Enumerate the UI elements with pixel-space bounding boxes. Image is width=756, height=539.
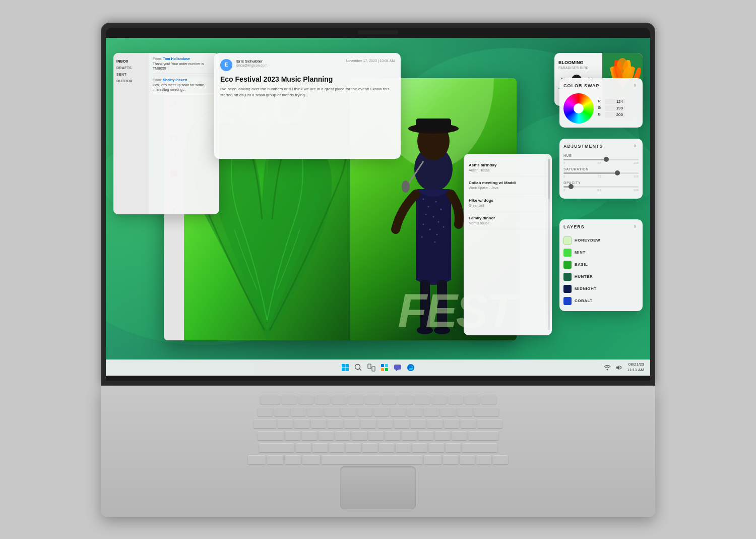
key-u[interactable]: [377, 419, 393, 428]
key-i[interactable]: [394, 419, 409, 428]
key-x[interactable]: [312, 443, 328, 452]
sidebar-item-sent[interactable]: SENT: [116, 71, 146, 78]
key-tab[interactable]: [254, 419, 276, 428]
key-alt-l[interactable]: [302, 455, 320, 464]
layer-hunter[interactable]: HUNTER: [563, 271, 639, 283]
chat-button[interactable]: [393, 363, 402, 372]
key-v[interactable]: [346, 443, 361, 452]
key-ctrl-l[interactable]: [248, 455, 266, 464]
apps-button[interactable]: [380, 363, 389, 372]
key-backspace[interactable]: [474, 407, 499, 416]
key-7[interactable]: [374, 407, 389, 416]
key-down[interactable]: [476, 455, 491, 464]
key-a[interactable]: [285, 431, 300, 440]
opacity-track[interactable]: [563, 186, 639, 188]
note-item-1[interactable]: Ash's birthday Austin, Texas: [469, 159, 547, 176]
key-caps[interactable]: [258, 431, 284, 440]
search-button[interactable]: [354, 363, 363, 372]
key-minus[interactable]: [440, 407, 456, 416]
note-item-3[interactable]: Hike w/ dogs Greenbelt: [469, 194, 547, 212]
note-item-2[interactable]: Collab meeting w/ Maddi Work Space - Jav…: [469, 176, 547, 194]
key-f10[interactable]: [431, 395, 447, 404]
key-f3[interactable]: [315, 395, 330, 404]
start-button[interactable]: [341, 363, 350, 372]
key-f1[interactable]: [282, 395, 297, 404]
key-shift-r[interactable]: [462, 443, 497, 452]
key-tilde[interactable]: [258, 407, 273, 416]
saturation-thumb[interactable]: [615, 170, 620, 175]
key-f4[interactable]: [332, 395, 347, 404]
key-h[interactable]: [368, 431, 384, 440]
key-r[interactable]: [328, 419, 343, 428]
sidebar-item-outbox[interactable]: OUTBOX: [116, 78, 146, 84]
key-win[interactable]: [285, 455, 301, 464]
key-5[interactable]: [341, 407, 356, 416]
key-t[interactable]: [344, 419, 359, 428]
key-d[interactable]: [319, 431, 334, 440]
key-q[interactable]: [278, 419, 293, 428]
key-w[interactable]: [294, 419, 309, 428]
key-f2[interactable]: [298, 395, 313, 404]
key-equals[interactable]: [457, 407, 472, 416]
key-k[interactable]: [402, 431, 417, 440]
email-item[interactable]: From: Tom Hollandase Thank you! Your ord…: [153, 57, 215, 74]
key-p[interactable]: [427, 419, 443, 428]
key-bracket-r[interactable]: [461, 419, 476, 428]
key-shift-l[interactable]: [259, 443, 294, 452]
key-g[interactable]: [352, 431, 367, 440]
hue-track[interactable]: [563, 159, 639, 160]
key-f11[interactable]: [448, 395, 463, 404]
key-0[interactable]: [424, 407, 439, 416]
key-e[interactable]: [311, 419, 326, 428]
key-1[interactable]: [274, 407, 289, 416]
key-f6[interactable]: [365, 395, 380, 404]
key-z[interactable]: [296, 443, 311, 452]
key-b[interactable]: [362, 443, 377, 452]
trackpad[interactable]: [340, 466, 416, 509]
key-alt-r[interactable]: [424, 455, 442, 464]
key-l[interactable]: [418, 431, 433, 440]
key-del[interactable]: [481, 395, 496, 404]
hue-thumb[interactable]: [604, 157, 609, 162]
email-item-2[interactable]: From: Shelby Pickett Hey, let's meet up …: [153, 78, 215, 95]
key-j[interactable]: [385, 431, 400, 440]
key-3[interactable]: [307, 407, 323, 416]
layers-close[interactable]: ×: [632, 223, 639, 230]
key-o[interactable]: [411, 419, 426, 428]
color-swap-close[interactable]: ×: [632, 82, 639, 89]
key-period[interactable]: [429, 443, 444, 452]
key-f[interactable]: [335, 431, 350, 440]
key-4[interactable]: [324, 407, 339, 416]
sidebar-item-drafts[interactable]: DRAFTS: [116, 65, 146, 71]
key-space[interactable]: [322, 455, 422, 464]
edge-button[interactable]: [406, 363, 415, 372]
layer-honeydew[interactable]: HONEYDEW: [563, 234, 639, 247]
key-6[interactable]: [357, 407, 372, 416]
adjustments-close[interactable]: ×: [632, 143, 639, 150]
key-f7[interactable]: [382, 395, 397, 404]
notes-scrollbar[interactable]: [548, 159, 550, 330]
key-f8[interactable]: [398, 395, 413, 404]
color-wheel[interactable]: [563, 93, 594, 124]
b-input[interactable]: [605, 112, 625, 117]
taskview-button[interactable]: [367, 363, 376, 372]
key-m[interactable]: [396, 443, 411, 452]
key-enter2[interactable]: [468, 431, 498, 440]
key-esc[interactable]: [260, 395, 280, 404]
volume-icon[interactable]: [615, 363, 624, 372]
key-enter[interactable]: [477, 419, 502, 428]
key-f9[interactable]: [415, 395, 430, 404]
key-quote[interactable]: [452, 431, 467, 440]
layer-midnight[interactable]: MIDNIGHT: [563, 283, 639, 295]
key-y[interactable]: [361, 419, 376, 428]
key-right[interactable]: [493, 455, 508, 464]
saturation-track[interactable]: [563, 172, 639, 174]
key-f12[interactable]: [465, 395, 480, 404]
key-up[interactable]: [443, 455, 458, 464]
r-input[interactable]: [605, 99, 625, 104]
key-8[interactable]: [391, 407, 406, 416]
layer-basil[interactable]: BASIL: [563, 259, 639, 271]
sidebar-item-inbox[interactable]: INBOX: [116, 58, 146, 65]
key-fn[interactable]: [267, 455, 283, 464]
key-left[interactable]: [460, 455, 475, 464]
